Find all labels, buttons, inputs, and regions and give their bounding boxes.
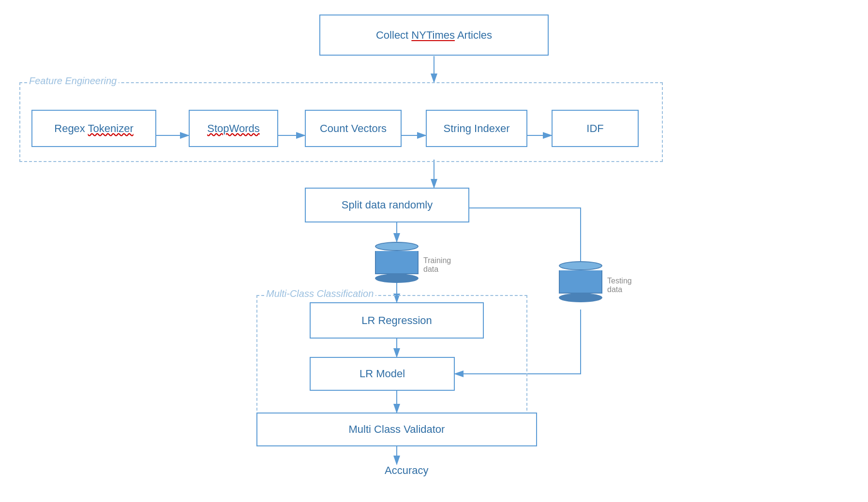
split-box: Split data randomly <box>305 188 469 222</box>
count-vectors-box: Count Vectors <box>305 110 402 147</box>
string-indexer-box: String Indexer <box>426 110 527 147</box>
validator-label: Multi Class Validator <box>349 423 445 436</box>
idf-box: IDF <box>552 110 639 147</box>
cyl-body-training <box>375 251 419 274</box>
idf-label: IDF <box>586 122 603 135</box>
regex-label: Regex Tokenizer <box>54 122 133 135</box>
lr-regression-box: LR Regression <box>310 302 484 339</box>
split-label: Split data randomly <box>342 199 433 211</box>
validator-box: Multi Class Validator <box>256 413 537 446</box>
tokenizer-text: Tokenizer <box>88 122 134 134</box>
string-indexer-label: String Indexer <box>444 122 510 135</box>
collect-box: Collect NYTimes Articles <box>319 15 549 56</box>
cyl-top-training <box>375 242 419 251</box>
testing-data-label: Testingdata <box>607 277 632 294</box>
training-data-cylinder <box>374 242 419 283</box>
cyl-bottom-testing <box>559 293 602 302</box>
lr-regression-label: LR Regression <box>361 314 432 327</box>
cyl-bottom-training <box>375 274 419 283</box>
multi-class-label: Multi-Class Classification <box>264 288 375 299</box>
testing-data-cylinder <box>558 261 603 302</box>
cyl-top-testing <box>559 261 602 270</box>
stopwords-label: StopWords <box>207 122 259 135</box>
accuracy-text: Accuracy <box>385 464 428 477</box>
stopwords-box: StopWords <box>189 110 278 147</box>
feature-engineering-label: Feature Engineering <box>27 75 119 87</box>
nytimes-text: NYTimes <box>411 29 455 41</box>
diagram: Collect NYTimes Articles Feature Enginee… <box>0 0 868 502</box>
collect-label: Collect NYTimes Articles <box>376 29 492 42</box>
regex-box: Regex Tokenizer <box>31 110 156 147</box>
lr-model-box: LR Model <box>310 357 455 391</box>
training-data-label: Trainingdata <box>423 256 451 274</box>
count-vectors-label: Count Vectors <box>320 122 387 135</box>
stopwords-text: StopWords <box>207 122 259 134</box>
cyl-body-testing <box>559 270 602 294</box>
lr-model-label: LR Model <box>359 368 405 380</box>
